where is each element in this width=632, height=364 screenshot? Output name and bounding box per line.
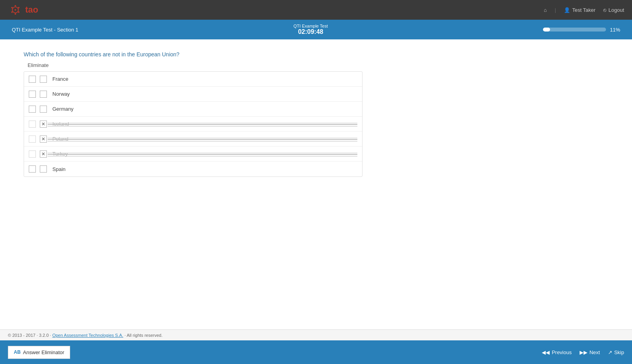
select-checkbox[interactable]	[40, 106, 47, 113]
strike-line-3	[48, 156, 357, 156]
select-checkbox[interactable]	[40, 91, 47, 98]
table-row: France	[24, 72, 362, 87]
answer-label: France	[52, 76, 68, 82]
answer-label: Spain	[52, 166, 65, 172]
svg-point-5	[15, 13, 16, 15]
strike-line-3	[48, 141, 357, 141]
eliminate-checkbox[interactable]	[29, 121, 36, 128]
select-checkbox[interactable]	[40, 165, 47, 173]
strike-line-3	[48, 126, 357, 126]
eliminate-checkbox[interactable]	[29, 106, 36, 113]
user-button[interactable]: 👤 Test Taker	[564, 7, 595, 13]
logout-button[interactable]: ⎋ Logout	[603, 7, 624, 13]
section-bar: QTI Example Test - Section 1 QTI Example…	[0, 20, 632, 39]
timer-label: QTI Example Test	[294, 24, 328, 28]
table-row: Spain	[24, 162, 362, 176]
section-title: QTI Example Test - Section 1	[12, 27, 78, 33]
topbar: tao ⌂ | 👤 Test Taker ⎋ Logout	[0, 0, 632, 20]
answer-label: Norway	[52, 91, 70, 97]
progress-block: 11%	[543, 27, 620, 33]
table-row: Germany	[24, 102, 362, 117]
progress-pct: 11%	[610, 27, 620, 33]
table-row: Poland	[24, 132, 362, 147]
select-checkbox	[40, 121, 47, 128]
timer-block: QTI Example Test 02:09:48	[294, 24, 328, 35]
question-text: Which of the following countries are not…	[24, 51, 608, 58]
topbar-right: ⌂ | 👤 Test Taker ⎋ Logout	[544, 7, 624, 13]
table-row: Turkey	[24, 147, 362, 162]
svg-point-4	[18, 11, 20, 13]
timer-value: 02:09:48	[294, 28, 328, 35]
table-row: Norway	[24, 87, 362, 102]
user-icon: 👤	[564, 7, 570, 13]
svg-point-2	[15, 5, 16, 7]
divider: |	[555, 7, 556, 13]
home-icon: ⌂	[544, 7, 547, 13]
select-checkbox	[40, 150, 47, 158]
user-label: Test Taker	[572, 7, 595, 13]
eliminate-checkbox[interactable]	[29, 150, 36, 158]
strike-line-2	[48, 139, 357, 140]
svg-point-6	[11, 11, 13, 13]
strike-line-1	[48, 153, 357, 153]
strike-line-2	[48, 124, 357, 125]
progress-bar-container	[543, 28, 606, 32]
eliminate-checkbox[interactable]	[29, 76, 36, 83]
svg-point-3	[18, 7, 20, 8]
svg-point-1	[15, 9, 16, 11]
select-checkbox	[40, 136, 47, 143]
table-row: Iceland	[24, 117, 362, 132]
eliminate-checkbox[interactable]	[29, 165, 36, 173]
strike-line-1	[48, 123, 357, 123]
logo-text: tao	[25, 5, 38, 15]
svg-point-7	[11, 7, 13, 8]
select-checkbox[interactable]	[40, 76, 47, 83]
eliminate-label: Eliminate	[24, 62, 608, 68]
eliminate-checkbox[interactable]	[29, 91, 36, 98]
answer-label: Germany	[52, 106, 73, 112]
main-content: Which of the following countries are not…	[0, 39, 632, 307]
logout-icon: ⎋	[603, 7, 606, 13]
home-button[interactable]: ⌂	[544, 7, 547, 13]
logout-label: Logout	[608, 7, 624, 13]
progress-bar-fill	[543, 28, 550, 32]
logo: tao	[8, 2, 38, 17]
eliminate-checkbox[interactable]	[29, 136, 36, 143]
strike-line-2	[48, 154, 357, 155]
strike-line-1	[48, 138, 357, 138]
tao-logo	[8, 2, 23, 17]
answer-table: FranceNorwayGermanyIcelandPolandTurkeySp…	[24, 71, 362, 177]
